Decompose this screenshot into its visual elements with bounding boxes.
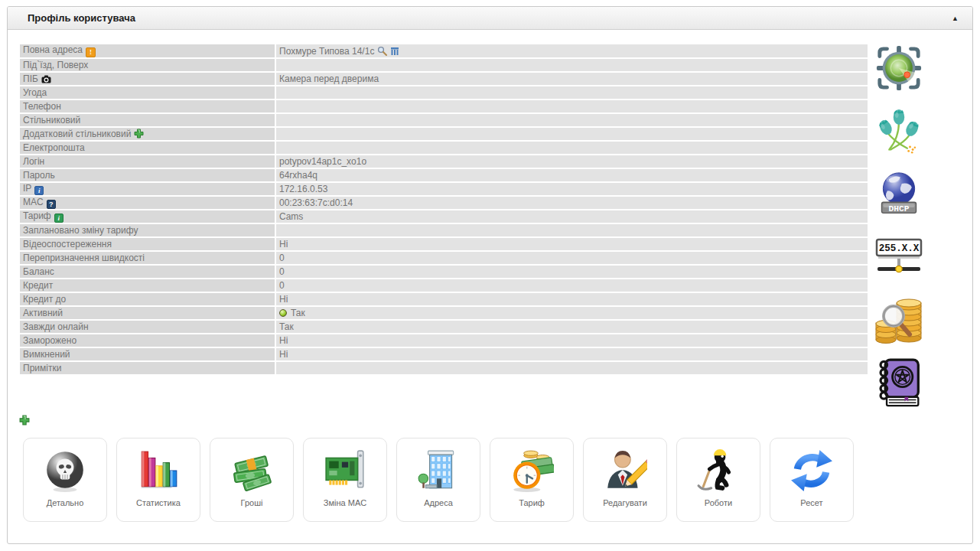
- statistics-button[interactable]: Статистика: [116, 438, 200, 522]
- action-label: Зміна MAC: [324, 498, 366, 507]
- row-value: 64rxha4q: [276, 169, 868, 181]
- table-row: Логінpotypov14ap1c_xo1o: [20, 155, 868, 168]
- bar-chart-icon: [136, 439, 181, 497]
- details-button[interactable]: Детально: [23, 438, 107, 522]
- row-value: [276, 59, 868, 71]
- row-value: Ні: [276, 334, 868, 347]
- row-value: Ні: [276, 238, 868, 250]
- row-value: 172.16.0.53: [276, 183, 868, 195]
- change-mac-button[interactable]: Зміна MAC: [303, 438, 387, 522]
- netmask-label: 255.X.X: [879, 243, 920, 254]
- row-label: Активний: [20, 307, 275, 319]
- table-row: MAC? 00:23:63:7c:d0:14: [20, 197, 868, 209]
- page-title: Профіль користувача: [28, 7, 135, 30]
- row-label: Заморожено: [20, 334, 275, 347]
- row-value: 0: [276, 279, 868, 292]
- reset-arrows-icon: [790, 439, 834, 497]
- dhcp-globe-icon[interactable]: DHCP: [872, 171, 926, 221]
- table-row: Стільниковий: [20, 114, 868, 126]
- search-icon[interactable]: [377, 46, 387, 56]
- table-row: ВідеоспостереженняНі: [20, 238, 868, 250]
- map-building-icon[interactable]: [390, 47, 399, 56]
- row-label: Електропошта: [20, 142, 275, 154]
- table-row: ПІБ Камера перед дверима: [20, 73, 868, 85]
- table-row: Повна адреса! Похмуре Типова 14/1с: [20, 44, 868, 57]
- network-card-icon: [323, 439, 367, 497]
- row-label: IP: [23, 183, 31, 194]
- table-row: Додатковий стільниковий: [20, 128, 868, 140]
- row-value: Камера перед дверима: [276, 73, 868, 85]
- action-buttons-row: Детально Статистика: [23, 438, 854, 522]
- action-label: Тариф: [519, 498, 545, 507]
- table-row: Тарифi Cams: [20, 210, 868, 223]
- add-plus-icon[interactable]: [19, 415, 30, 425]
- row-value: potypov14ap1c_xo1o: [276, 155, 868, 168]
- table-row: Завжди онлайнТак: [20, 321, 868, 333]
- coins-search-icon[interactable]: [872, 294, 926, 349]
- collapse-toggle-icon[interactable]: ▲: [952, 7, 959, 30]
- poppy-pods-icon[interactable]: [872, 108, 926, 158]
- question-icon[interactable]: ?: [47, 200, 56, 209]
- row-value: [276, 224, 868, 236]
- action-label: Редагувати: [603, 498, 647, 507]
- info-green-icon[interactable]: i: [54, 214, 63, 223]
- jobs-button[interactable]: Роботи: [676, 438, 760, 522]
- skull-sphere-icon: [43, 439, 87, 497]
- table-row: IPi 172.16.0.53: [20, 183, 868, 195]
- table-row: ЗамороженоНі: [20, 334, 868, 347]
- info-blue-icon[interactable]: i: [34, 186, 44, 195]
- row-value: [276, 100, 868, 112]
- row-value: [276, 114, 868, 126]
- edit-button[interactable]: Редагувати: [583, 438, 667, 522]
- row-label: Під`їзд, Поверх: [20, 59, 275, 71]
- money-button[interactable]: Гроші: [210, 438, 294, 522]
- row-label: Логін: [20, 155, 275, 168]
- address-button[interactable]: Адреса: [396, 438, 480, 522]
- profile-table: Повна адреса! Похмуре Типова 14/1с Під`ї…: [18, 43, 869, 376]
- tariff-button[interactable]: Тариф: [490, 438, 574, 522]
- row-label: Вимкнений: [20, 348, 275, 360]
- row-label: ПІБ: [23, 73, 38, 84]
- table-row: Телефон: [20, 100, 868, 112]
- reset-button[interactable]: Ресет: [770, 438, 854, 522]
- dhcp-label: DHCP: [888, 204, 909, 214]
- worker-icon: [696, 439, 741, 497]
- window-titlebar: Профіль користувача ▲: [8, 7, 972, 30]
- row-label: Заплановано зміну тарифу: [20, 224, 275, 236]
- action-label: Адреса: [424, 498, 453, 507]
- green-ball-icon: [279, 309, 287, 317]
- netmask-icon[interactable]: 255.X.X: [872, 238, 926, 278]
- table-row: Угода: [20, 86, 868, 99]
- action-label: Статистика: [136, 498, 181, 507]
- money-icon: [230, 439, 274, 497]
- row-label: Стільниковий: [20, 114, 275, 126]
- row-value: Cams: [276, 210, 868, 223]
- table-row: Примітки: [20, 362, 868, 374]
- table-row: Баланс0: [20, 266, 868, 278]
- table-row: ВимкненийНі: [20, 348, 868, 360]
- row-value: 0: [276, 252, 868, 264]
- row-label: Телефон: [20, 100, 275, 112]
- warning-icon: !: [86, 47, 96, 57]
- radar-icon[interactable]: [872, 44, 926, 95]
- building-icon: [416, 439, 461, 497]
- spellbook-icon[interactable]: [872, 358, 926, 412]
- table-row: Заплановано зміну тарифу: [20, 224, 868, 236]
- table-row: Перепризначення швидкості0: [20, 252, 868, 264]
- row-value: [276, 142, 868, 154]
- action-label: Детально: [47, 498, 84, 507]
- action-label: Гроші: [241, 498, 263, 507]
- action-label: Ресет: [800, 498, 822, 507]
- table-row: Кредит0: [20, 279, 868, 292]
- row-label: Угода: [20, 86, 275, 99]
- row-value: Похмуре Типова 14/1с: [279, 46, 374, 57]
- row-label: Додатковий стільниковий: [23, 129, 131, 139]
- action-label: Роботи: [705, 498, 732, 507]
- add-plus-icon[interactable]: [134, 129, 144, 139]
- row-value: 0: [276, 266, 868, 278]
- row-label: Тариф: [23, 210, 51, 221]
- table-row: Під`їзд, Поверх: [20, 59, 868, 71]
- row-label: Кредит: [20, 279, 275, 292]
- table-row: Кредит доНі: [20, 293, 868, 305]
- edit-person-icon: [603, 439, 647, 497]
